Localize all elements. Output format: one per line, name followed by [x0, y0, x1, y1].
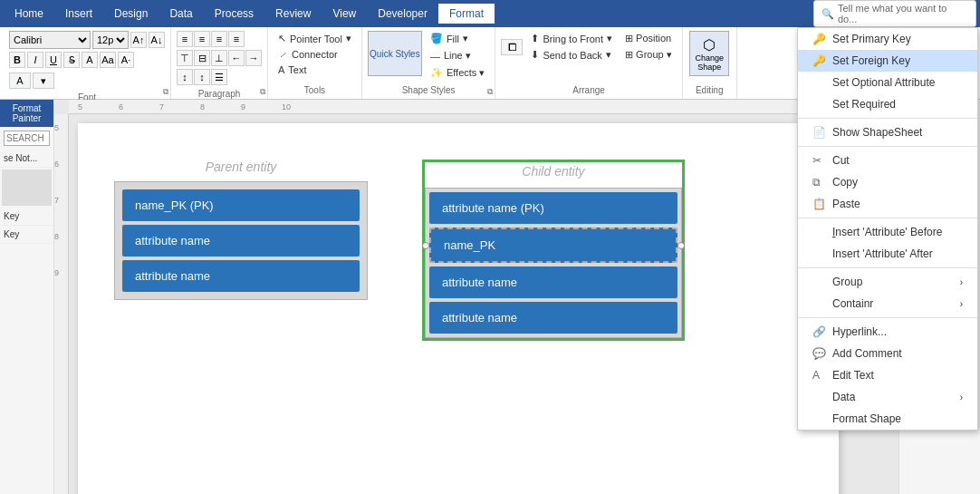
- tab-design[interactable]: Design: [103, 4, 159, 24]
- child-row-0[interactable]: attribute name (PK): [429, 192, 677, 224]
- align-top-button[interactable]: ⊤: [177, 50, 193, 66]
- tab-view[interactable]: View: [322, 4, 367, 24]
- highlight-button[interactable]: Aa: [100, 52, 116, 68]
- ctx-set-required[interactable]: Set Required: [798, 93, 977, 115]
- fill-button[interactable]: 🪣 Fill ▾: [426, 31, 489, 46]
- ctx-insert-before[interactable]: Insert 'Attribute' Before: [798, 221, 977, 243]
- align-justify-button[interactable]: ≡: [228, 31, 245, 47]
- font-shrink-button[interactable]: A↓: [149, 32, 165, 48]
- ctx-label-copy: Copy: [832, 176, 858, 189]
- ribbon-group-shape-styles: Quick Styles 🪣 Fill ▾ ― Line ▾ ✨ Effects…: [362, 27, 495, 99]
- tab-review[interactable]: Review: [264, 4, 322, 24]
- line-button[interactable]: ― Line ▾: [426, 48, 489, 63]
- ctx-copy[interactable]: ⧉ Copy: [798, 171, 977, 193]
- child-row-3[interactable]: attribute name: [429, 302, 677, 334]
- ctx-set-primary-key[interactable]: 🔑 Set Primary Key: [798, 28, 977, 50]
- pointer-tool-button[interactable]: ↖ Pointer Tool ▾: [274, 31, 356, 46]
- tab-data[interactable]: Data: [159, 4, 203, 24]
- change-shape-button[interactable]: ⬡ Change Shape: [689, 31, 729, 76]
- child-entity-body[interactable]: attribute name (PK) name_PK attribute na…: [425, 188, 682, 338]
- child-row-2[interactable]: attribute name: [429, 266, 677, 298]
- font-grow-button[interactable]: A↑: [130, 32, 147, 48]
- ctx-label-insert-after: Insert 'Attribute' After: [832, 247, 933, 260]
- bold-button[interactable]: B: [9, 52, 25, 68]
- align-middle-button[interactable]: ⊟: [194, 50, 210, 66]
- ctx-edit-text[interactable]: A Edit Text: [798, 364, 977, 386]
- ctx-comment-icon: 💬: [812, 347, 825, 360]
- group-button[interactable]: ⊞ Group ▾: [620, 47, 677, 63]
- font-bg-button[interactable]: A·: [118, 52, 134, 68]
- ctx-hyperlink[interactable]: 🔗 Hyperlink...: [798, 321, 977, 343]
- ctx-container[interactable]: Containr ›: [798, 293, 977, 315]
- sidebar-key-1[interactable]: Key: [0, 208, 53, 226]
- ctx-sep-3: [798, 218, 977, 218]
- font-size-select[interactable]: 12pt.: [92, 31, 129, 49]
- ctx-set-foreign-key[interactable]: 🔑 Set Foreign Key: [798, 50, 977, 72]
- sidebar-header: Format Painter: [0, 100, 53, 127]
- pointer-label: Pointer Tool: [290, 34, 342, 44]
- ctx-label-set-required: Set Required: [832, 98, 896, 111]
- ctx-add-comment[interactable]: 💬 Add Comment: [798, 343, 977, 364]
- tab-insert[interactable]: Insert: [54, 4, 103, 24]
- quick-styles-button[interactable]: Quick Styles: [368, 31, 422, 76]
- ctx-paste[interactable]: 📋 Paste: [798, 193, 977, 215]
- ctx-label-data: Data: [832, 391, 855, 403]
- send-back-label: Send to Back: [543, 50, 601, 61]
- font-launcher-icon[interactable]: ⧉: [163, 87, 168, 97]
- sidebar-key-2[interactable]: Key: [0, 226, 53, 244]
- shape-styles-launcher-icon[interactable]: ⧉: [487, 87, 493, 97]
- position-button[interactable]: ⊞ Position: [620, 31, 677, 46]
- ctx-format-shape[interactable]: Format Shape: [798, 408, 977, 430]
- spacing2-button[interactable]: ↕: [194, 69, 210, 85]
- send-back-icon: ⬇: [531, 49, 539, 61]
- parent-entity-body[interactable]: name_PK (PK) attribute name attribute na…: [114, 181, 368, 300]
- align-left-button[interactable]: ≡: [177, 31, 193, 47]
- ribbon-tabs-bar: Home Insert Design Data Process Review V…: [0, 0, 980, 27]
- ctx-insert-after[interactable]: Insert 'Attribute' After: [798, 243, 977, 265]
- italic-button[interactable]: I: [27, 52, 43, 68]
- parent-row-0[interactable]: name_PK (PK): [122, 189, 360, 221]
- tab-process[interactable]: Process: [204, 4, 264, 24]
- align-right-button[interactable]: ≡: [211, 31, 227, 47]
- ctx-paste-icon: 📋: [812, 198, 825, 210]
- ctx-group[interactable]: Group ›: [798, 271, 977, 293]
- align-button[interactable]: ⧠: [501, 39, 523, 55]
- ribbon-group-font: Calibri 12pt. A↑ A↓ B I U S̶ A Aa A· A ▾…: [4, 27, 171, 99]
- underline-button[interactable]: U: [45, 52, 62, 68]
- sidebar-search-input[interactable]: [4, 131, 50, 146]
- tab-developer[interactable]: Developer: [367, 4, 438, 24]
- ctx-data[interactable]: Data ›: [798, 386, 977, 408]
- ctx-cut[interactable]: ✂ Cut: [798, 150, 977, 171]
- font-format2-button[interactable]: ▾: [33, 73, 54, 89]
- connector-button[interactable]: ⟋ Connector: [274, 47, 342, 62]
- font-color-button[interactable]: A: [82, 52, 98, 68]
- paragraph-group-label: Paragraph: [198, 89, 241, 99]
- indent-inc-button[interactable]: →: [245, 50, 262, 66]
- text-tool-button[interactable]: A Text: [274, 63, 312, 77]
- effects-button[interactable]: ✨ Effects ▾: [426, 65, 489, 81]
- font-format-button[interactable]: A: [9, 73, 31, 89]
- effects-icon: ✨: [430, 67, 443, 79]
- effects-label: Effects ▾: [447, 67, 485, 79]
- ctx-show-shapesheet[interactable]: 📄 Show ShapeSheet: [798, 121, 977, 143]
- ctx-label-hyperlink: Hyperlink...: [832, 325, 887, 338]
- bullets-button[interactable]: ☰: [211, 69, 227, 85]
- align-center-button[interactable]: ≡: [194, 31, 210, 47]
- parent-row-1[interactable]: attribute name: [122, 225, 360, 257]
- sidebar-item-1[interactable]: se Not...: [0, 150, 53, 168]
- send-back-dropdown: ▾: [606, 49, 611, 61]
- strikethrough-button[interactable]: S̶: [63, 52, 80, 68]
- paragraph-launcher-icon[interactable]: ⧉: [260, 87, 265, 97]
- bring-to-front-button[interactable]: ⬆ Bring to Front ▾: [526, 31, 617, 46]
- align-bottom-button[interactable]: ⊥: [211, 50, 227, 66]
- tab-home[interactable]: Home: [4, 4, 54, 24]
- tab-format[interactable]: Format: [438, 4, 495, 24]
- font-family-select[interactable]: Calibri: [9, 31, 91, 49]
- indent-dec-button[interactable]: ←: [228, 50, 245, 66]
- ctx-set-optional-attribute[interactable]: Set Optional Attribute: [798, 72, 977, 93]
- parent-row-2[interactable]: attribute name: [122, 260, 360, 292]
- spacing-button[interactable]: ↕: [177, 69, 193, 85]
- send-to-back-button[interactable]: ⬇ Send to Back ▾: [526, 47, 617, 63]
- tell-me-box[interactable]: 🔍 Tell me what you want to do...: [813, 0, 976, 27]
- child-row-1[interactable]: name_PK: [429, 228, 677, 263]
